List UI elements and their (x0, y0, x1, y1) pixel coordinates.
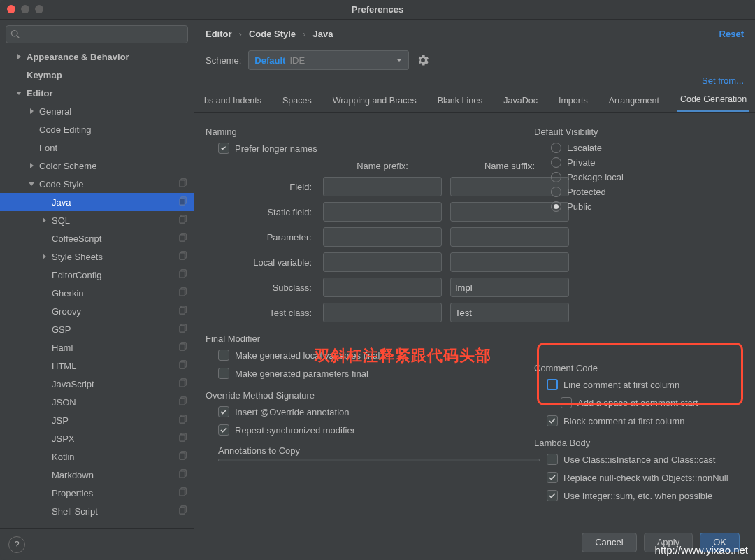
copy-icon (179, 360, 188, 371)
checkbox[interactable] (218, 368, 229, 379)
naming-table: Name prefix:Name suffix:Field:Static fie… (210, 161, 513, 322)
checkbox[interactable] (547, 379, 558, 390)
name-prefix-input[interactable] (323, 227, 442, 247)
tab[interactable]: bs and Indents (201, 89, 264, 112)
settings-tree[interactable]: Appearance & BehaviorKeymapEditorGeneral… (0, 48, 194, 528)
minimize-icon[interactable] (21, 5, 29, 13)
svg-rect-37 (180, 508, 185, 514)
tree-item[interactable]: Code Style (0, 175, 194, 193)
name-prefix-input[interactable] (323, 252, 442, 272)
scheme-select[interactable]: Default IDE (248, 50, 409, 70)
tab[interactable]: Imports (556, 89, 591, 112)
tree-item[interactable]: Color Scheme (0, 157, 194, 175)
checkbox[interactable] (218, 424, 229, 436)
search-input[interactable] (6, 25, 188, 43)
tab[interactable]: Blank Lines (435, 89, 486, 112)
tree-item[interactable]: SQL (0, 211, 194, 229)
svg-rect-3 (180, 199, 185, 205)
cancel-button[interactable]: Cancel (582, 533, 636, 552)
override-title: Override Method Signature (206, 390, 513, 401)
copy-icon (179, 415, 188, 426)
tree-item[interactable]: Groovy (0, 302, 194, 320)
tree-item[interactable]: Shell Script (0, 502, 194, 520)
prefer-longer-names-checkbox[interactable] (218, 143, 229, 154)
annotations-to-copy-label: Annotations to Copy (218, 445, 513, 456)
maximize-icon[interactable] (35, 5, 43, 13)
tree-item[interactable]: Properties (0, 484, 194, 502)
checkbox-label: Use Integer::sum, etc. when possible (563, 491, 712, 501)
annotations-list[interactable] (218, 459, 540, 461)
tab[interactable]: JavaDoc (501, 89, 540, 112)
name-prefix-input[interactable] (323, 278, 442, 297)
tab[interactable]: Code Generation (677, 89, 749, 112)
checkbox[interactable] (218, 350, 229, 361)
checkbox-label: Make generated parameters final (235, 368, 368, 379)
name-prefix-input[interactable] (323, 177, 442, 196)
checkbox[interactable] (547, 415, 558, 426)
tree-item[interactable]: Gherkin (0, 284, 194, 302)
help-button[interactable]: ? (8, 536, 25, 553)
chevron-right-icon (27, 106, 36, 116)
tree-item[interactable]: General (0, 102, 194, 120)
copy-icon (179, 451, 188, 462)
checkbox-label: Block comment at first column (563, 416, 684, 426)
tree-item[interactable]: CoffeeScript (0, 229, 194, 247)
tree-item[interactable]: JSON (0, 393, 194, 411)
tree-item[interactable]: JSP (0, 411, 194, 429)
tab[interactable]: Wrapping and Braces (330, 89, 419, 112)
radio[interactable] (551, 157, 561, 168)
tree-item[interactable]: Markdown (0, 466, 194, 484)
tree-item[interactable]: GSP (0, 320, 194, 338)
tree-item-label: Shell Script (52, 506, 179, 517)
tree-item[interactable]: Haml (0, 338, 194, 357)
tree-item[interactable]: Kotlin (0, 447, 194, 466)
reset-link[interactable]: Reset (719, 29, 744, 39)
lambda-title: Lambda Body (534, 438, 744, 448)
set-from-link[interactable]: Set from... (702, 76, 744, 86)
checkbox[interactable] (547, 472, 558, 483)
scheme-label: Scheme: (206, 55, 241, 66)
name-prefix-input[interactable] (323, 303, 442, 322)
radio-label: Escalate (567, 143, 602, 153)
checkbox[interactable] (547, 454, 558, 465)
close-icon[interactable] (7, 5, 15, 13)
tab[interactable]: Spaces (280, 89, 315, 112)
copy-icon (179, 433, 188, 444)
checkbox[interactable] (218, 406, 229, 417)
copy-icon (179, 396, 188, 408)
svg-rect-17 (180, 326, 185, 332)
tree-item[interactable]: Code Editing (0, 120, 194, 138)
checkbox[interactable] (561, 397, 572, 408)
radio[interactable] (551, 187, 561, 197)
radio[interactable] (551, 172, 561, 182)
tree-item[interactable]: Editor (0, 84, 194, 102)
tree-item-label: CoffeeScript (52, 234, 179, 244)
tab[interactable]: Arrangement (606, 89, 662, 112)
tree-item[interactable]: JSPX (0, 429, 194, 447)
watermark: http://www.yixao.net (655, 544, 748, 556)
tree-item[interactable]: Keymap (0, 66, 194, 84)
checkbox-label: Replace null-check with Objects::nonNull (563, 473, 728, 483)
tree-item[interactable]: Style Sheets (0, 247, 194, 266)
tree-item[interactable]: HTML (0, 357, 194, 375)
tree-item-label: Kotlin (52, 452, 179, 462)
tree-item[interactable]: JavaScript (0, 375, 194, 393)
checkbox-label: Make generated local variables final (235, 350, 380, 361)
tree-item[interactable]: Appearance & Behavior (0, 48, 194, 66)
gear-icon[interactable] (416, 53, 430, 67)
checkbox-label: Repeat synchronized modifier (235, 425, 355, 436)
checkbox[interactable] (547, 490, 558, 501)
copy-icon (179, 196, 188, 208)
window-title: Preferences (352, 4, 403, 15)
tree-item[interactable]: Java (0, 193, 194, 211)
breadcrumb: Editor› Code Style› Java (206, 29, 719, 39)
name-prefix-input[interactable] (323, 202, 442, 222)
tree-item[interactable]: Font (0, 138, 194, 157)
radio[interactable] (551, 143, 561, 153)
tree-item[interactable]: EditorConfig (0, 266, 194, 284)
traffic-lights (7, 5, 43, 13)
svg-rect-23 (180, 380, 185, 387)
checkbox-label: Insert @Override annotation (235, 407, 350, 417)
naming-row-label: Static field: (210, 207, 315, 217)
radio[interactable] (551, 201, 561, 212)
